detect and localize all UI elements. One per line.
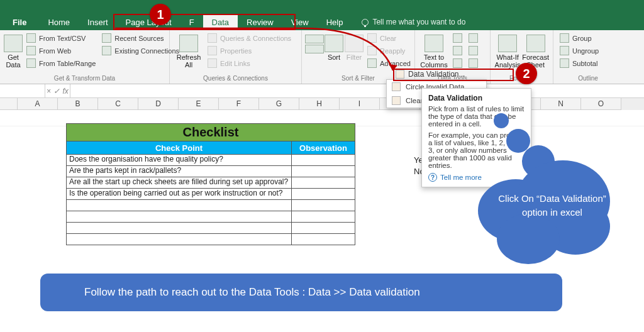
observation-cell[interactable]	[292, 211, 355, 222]
sort-az-icon	[305, 35, 324, 43]
clock-icon	[102, 33, 111, 43]
validation-icon	[453, 58, 462, 68]
relationships-button[interactable]	[466, 45, 480, 57]
queries-conn-button[interactable]: Queries & Connections	[205, 32, 294, 44]
observation-cell[interactable]	[292, 234, 355, 245]
checkpoint-cell[interactable]: Are all the start up check sheets are fi…	[67, 177, 292, 188]
filter-button[interactable]: Filter	[345, 32, 364, 69]
table-row[interactable]	[67, 199, 355, 211]
tooltip-tell-more[interactable]: ?Tell me more	[428, 173, 525, 182]
observation-cell[interactable]	[292, 223, 355, 233]
tab-formulas[interactable]: F	[180, 14, 203, 30]
group-button[interactable]: Group	[557, 32, 601, 44]
checkpoint-cell[interactable]	[67, 200, 292, 211]
checklist-title: Checklist	[67, 124, 355, 141]
from-csv-button[interactable]: From Text/CSV	[24, 32, 98, 44]
fx-cancel[interactable]: ×	[47, 87, 51, 96]
checkpoint-cell[interactable]	[67, 211, 292, 222]
col-N[interactable]: N	[541, 98, 581, 110]
group-icon	[560, 33, 569, 43]
forecast-label: Forecast Sheet	[522, 53, 549, 69]
table-row[interactable]: Does the organisation have the quality p…	[67, 154, 355, 165]
fx-confirm[interactable]: ✓	[53, 87, 60, 96]
observation-cell[interactable]	[292, 155, 355, 165]
checkpoint-cell[interactable]: Is the operation being carried out as pe…	[67, 189, 292, 199]
table-row[interactable]: Are all the start up check sheets are fi…	[67, 177, 355, 188]
col-A[interactable]: A	[18, 98, 58, 110]
tell-me-search[interactable]: Tell me what you want to do	[352, 14, 465, 30]
get-data-icon	[4, 35, 23, 52]
group-title-forecast: Forecast	[494, 75, 549, 84]
forecast-icon	[526, 35, 545, 52]
from-web-button[interactable]: From Web	[24, 45, 98, 57]
forecast-button[interactable]: Forecast Sheet	[522, 32, 549, 69]
checkpoint-cell[interactable]: Does the organisation have the quality p…	[67, 155, 292, 165]
instruction-bar: Follow the path to reach out to the Data…	[40, 274, 562, 311]
sort-button[interactable]: Sort	[325, 32, 343, 69]
name-box[interactable]	[0, 84, 45, 97]
whatif-label: What-If Analysis	[494, 53, 521, 69]
tab-help[interactable]: Help	[318, 14, 352, 30]
checklist-header: Check Point Observation	[67, 141, 355, 154]
col-I[interactable]: I	[340, 98, 380, 110]
observation-cell[interactable]	[292, 166, 355, 177]
observation-cell[interactable]	[292, 177, 355, 188]
connections-icon	[208, 33, 217, 43]
select-all-corner[interactable]	[0, 98, 18, 110]
editlinks-label: Edit Links	[220, 60, 250, 67]
advanced-button[interactable]: Advanced	[365, 57, 413, 69]
flash-fill-button[interactable]	[450, 32, 465, 44]
observation-cell[interactable]	[292, 189, 355, 199]
text-to-columns-button[interactable]: Text to Columns	[419, 32, 449, 69]
table-row[interactable]	[67, 222, 355, 233]
tell-me-label: Tell me what you want to do	[372, 18, 465, 26]
tab-view[interactable]: View	[282, 14, 318, 30]
ungroup-button[interactable]: Ungroup	[557, 45, 601, 57]
col-O[interactable]: O	[581, 98, 621, 110]
checkpoint-cell[interactable]	[67, 223, 292, 233]
table-row[interactable]	[67, 233, 355, 245]
bulb-icon	[362, 19, 369, 26]
checkpoint-cell[interactable]: Are the parts kept in rack/pallets?	[67, 166, 292, 177]
editlinks-icon	[208, 58, 217, 68]
tab-data[interactable]: Data	[203, 14, 238, 30]
get-data-button[interactable]: Get Data	[4, 32, 23, 69]
formula-controls: × ✓ fx	[45, 84, 70, 97]
properties-button: Properties	[205, 45, 294, 57]
col-E[interactable]: E	[179, 98, 219, 110]
col-C[interactable]: C	[98, 98, 138, 110]
remove-dup-button[interactable]	[450, 45, 465, 57]
tab-home[interactable]: Home	[39, 14, 79, 30]
whatif-button[interactable]: What-If Analysis	[494, 32, 521, 69]
formula-input[interactable]	[70, 84, 644, 97]
table-row[interactable]	[67, 211, 355, 222]
consolidate-button[interactable]	[466, 32, 480, 44]
subtotal-button[interactable]: Subtotal	[557, 57, 601, 69]
col-G[interactable]: G	[259, 98, 299, 110]
qc-label: Queries & Connections	[220, 35, 291, 42]
data-validation-tooltip: Data Validation Pick from a list of rule…	[421, 88, 531, 187]
head-check-point: Check Point	[67, 141, 292, 154]
tab-review[interactable]: Review	[238, 14, 282, 30]
relations-icon	[469, 46, 478, 55]
tab-insert[interactable]: Insert	[79, 14, 117, 30]
tab-file[interactable]: File	[0, 14, 39, 30]
from-table-button[interactable]: From Table/Range	[24, 57, 98, 69]
manage-model-button[interactable]	[466, 57, 480, 69]
table-row[interactable]: Is the operation being carried out as pe…	[67, 188, 355, 199]
data-validation-button[interactable]	[450, 57, 465, 69]
col-H[interactable]: H	[299, 98, 340, 110]
refresh-all-button[interactable]: Refresh All	[174, 32, 204, 69]
checkpoint-cell[interactable]	[67, 234, 292, 245]
col-D[interactable]: D	[138, 98, 179, 110]
tab-page-layout[interactable]: Page Layout	[117, 14, 180, 30]
data-validation-dropdown[interactable]: Data Validation...	[393, 69, 468, 80]
col-F[interactable]: F	[219, 98, 259, 110]
table-row[interactable]: Are the parts kept in rack/pallets?	[67, 165, 355, 177]
dup-icon	[453, 46, 462, 55]
advanced-icon	[367, 58, 377, 68]
col-B[interactable]: B	[58, 98, 98, 110]
observation-cell[interactable]	[292, 200, 355, 211]
sort-az-button[interactable]	[306, 32, 323, 69]
fx-icon[interactable]: fx	[63, 87, 69, 96]
